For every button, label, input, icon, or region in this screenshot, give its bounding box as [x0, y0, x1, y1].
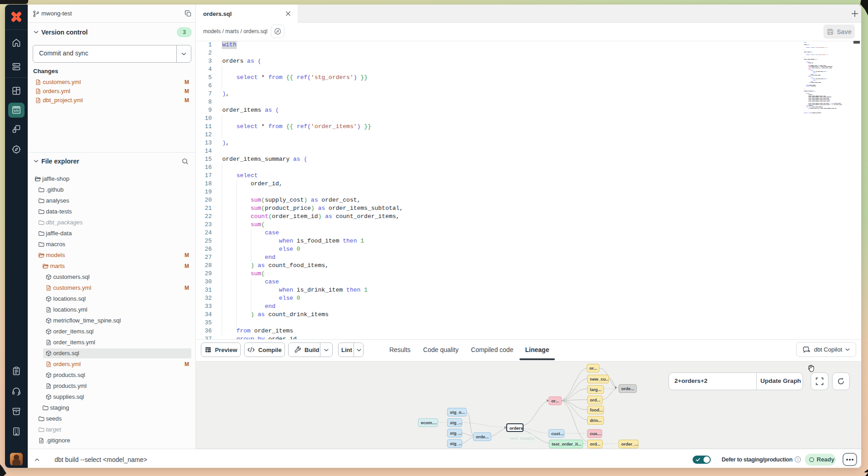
- svg-text:?: ?: [797, 457, 799, 462]
